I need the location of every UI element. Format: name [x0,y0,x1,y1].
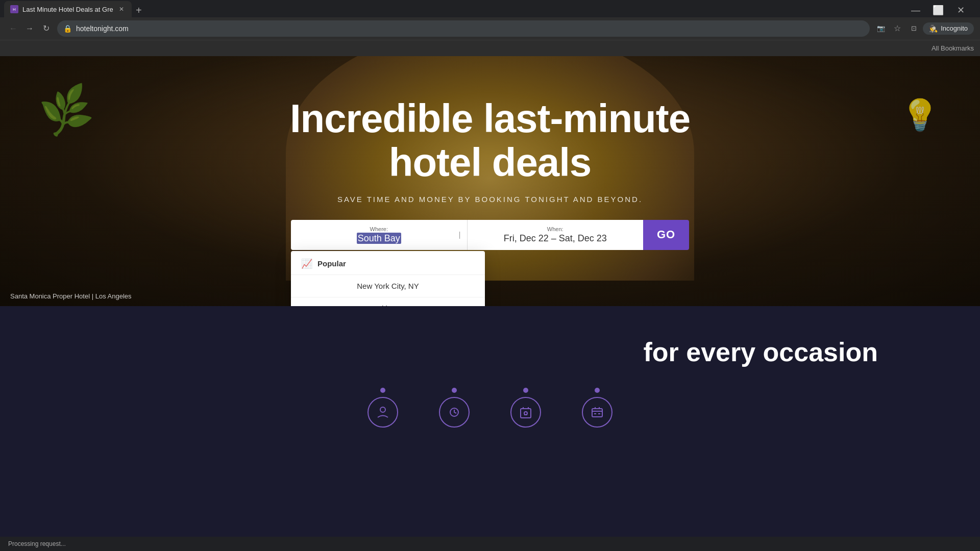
icon-circle-2 [439,397,470,428]
star-icon: ☆ [894,23,901,33]
icon-item-4 [582,388,612,428]
camera-off-button[interactable]: 📷 [874,21,888,36]
below-hero-title-container: for every occasion [0,337,980,367]
tab-title: Last Minute Hotel Deals at Gre [22,6,113,13]
tab-close-button[interactable]: ✕ [117,5,126,13]
tab-favicon: H [10,5,18,13]
close-window-button[interactable]: ✕ [953,3,968,17]
svg-rect-4 [592,409,602,417]
icon-dot-4 [595,388,600,393]
location-dropdown: 📈 Popular New York City, NY Brooklyn, NY… [291,251,485,306]
bookmark-button[interactable]: ☆ [890,21,904,36]
dropdown-section-label: Popular [317,259,346,268]
toolbar-right: 📷 ☆ ⊡ 🕵 Incognito [874,21,974,36]
photo-credit: Santa Monica Proper Hotel | Los Angeles [10,292,132,300]
active-tab[interactable]: H Last Minute Hotel Deals at Gre ✕ [4,1,132,17]
devices-icon: ⊡ [911,24,917,32]
where-value: South Bay [357,233,401,244]
when-value: Fri, Dec 22 – Sat, Dec 23 [504,233,607,243]
search-go-button[interactable]: GO [643,220,689,250]
where-label: Where: [299,226,459,232]
cursor-indicator: | [459,231,461,239]
icon-dot-1 [380,388,385,393]
where-input-container[interactable]: Where: South Bay | 📈 Popular New York Ci… [291,220,467,250]
dropdown-item-brooklyn[interactable]: Brooklyn, NY [291,297,485,306]
icons-row [368,367,612,428]
tab-bar: H Last Minute Hotel Deals at Gre ✕ + — ⬜… [0,0,980,17]
new-tab-button[interactable]: + [132,3,146,17]
incognito-label: Incognito [941,24,968,32]
icon-item-3 [510,388,541,428]
forward-button[interactable]: → [22,21,37,36]
svg-point-0 [380,407,385,412]
reload-icon: ↻ [43,23,50,33]
status-bar: Processing request... [0,537,980,551]
url-text: hoteltonight.com [76,24,864,33]
search-form: Where: South Bay | 📈 Popular New York Ci… [291,220,689,250]
all-bookmarks-link[interactable]: All Bookmarks [932,44,974,52]
bookmarks-bar: All Bookmarks [0,40,980,56]
status-text: Processing request... [8,540,66,547]
icon-dot-3 [523,388,528,393]
icon-dot-2 [452,388,457,393]
address-bar[interactable]: 🔒 hoteltonight.com [57,20,870,37]
minimize-button[interactable]: — [909,3,923,17]
toolbar: ← → ↻ 🔒 hoteltonight.com 📷 ☆ ⊡ � [0,17,980,40]
reload-button[interactable]: ↻ [39,21,53,36]
hero-content: Incredible last-minute hotel deals SAVE … [0,56,980,250]
page-content: 🌿 💡 Incredible last-minute hotel deals S… [0,56,980,551]
devices-button[interactable]: ⊡ [906,21,921,36]
dropdown-item-nyc[interactable]: New York City, NY [291,274,485,297]
when-input-container[interactable]: When: Fri, Dec 22 – Sat, Dec 23 [467,220,644,250]
camera-off-icon: 📷 [877,24,885,32]
dropdown-header: 📈 Popular [291,251,485,274]
when-label: When: [476,226,635,232]
security-icon: 🔒 [63,24,72,33]
back-icon: ← [9,24,17,33]
below-hero-section: for every occasion [0,306,980,551]
incognito-button[interactable]: 🕵 Incognito [923,22,974,35]
incognito-icon: 🕵 [929,24,938,33]
browser-chrome: H Last Minute Hotel Deals at Gre ✕ + — ⬜… [0,0,980,56]
maximize-button[interactable]: ⬜ [931,3,945,17]
below-hero-title-suffix: for every occasion [643,337,878,367]
icon-circle-1 [368,397,398,428]
svg-rect-2 [521,409,531,418]
icon-item-2 [439,388,470,428]
forward-icon: → [26,24,34,33]
hero-section: 🌿 💡 Incredible last-minute hotel deals S… [0,56,980,306]
back-button[interactable]: ← [6,21,20,36]
icon-circle-4 [582,397,612,428]
trending-icon: 📈 [301,258,312,269]
hero-subtitle: SAVE TIME AND MONEY BY BOOKING TONIGHT A… [0,195,980,204]
hero-title: Incredible last-minute hotel deals [0,97,980,185]
icon-item-1 [368,388,398,428]
icon-circle-3 [510,397,541,428]
